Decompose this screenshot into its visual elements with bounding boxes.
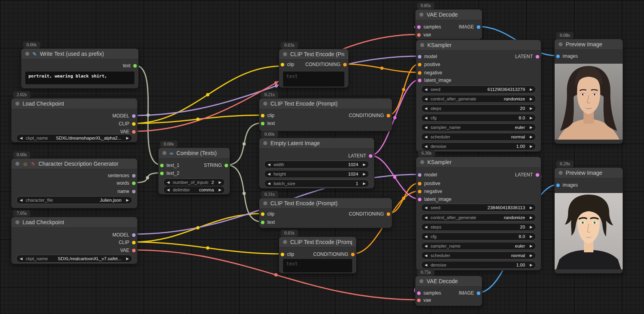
widget-decrement-arrow[interactable]: ◀ — [167, 188, 170, 192]
widget-decrement-arrow[interactable]: ◀ — [20, 199, 23, 202]
node-header[interactable]: VAE Decode — [415, 9, 482, 20]
input-slot-samples[interactable]: samples — [417, 23, 441, 31]
node-header[interactable]: Empty Latent Image — [259, 138, 374, 149]
output-slot-name[interactable]: name — [117, 187, 136, 195]
widget-increment-arrow[interactable]: ▶ — [530, 235, 533, 238]
collapse-dot[interactable] — [263, 141, 267, 145]
connection-dot[interactable] — [261, 114, 264, 117]
widget-increment-arrow[interactable]: ▶ — [363, 172, 366, 176]
input-slot-text[interactable]: text — [261, 119, 275, 127]
node-preview-image-1[interactable]: 0.08s Preview Image images — [554, 39, 623, 144]
output-slot-text[interactable]: text — [123, 62, 137, 70]
widget-number-of-inputs[interactable]: ◀number_of_inputs2▶ — [163, 178, 225, 186]
node-ksampler-1[interactable]: KSampler model LATENT positive negative … — [416, 40, 541, 152]
collapse-dot[interactable] — [283, 52, 287, 56]
connection-dot[interactable] — [556, 183, 560, 187]
connection-dot[interactable] — [132, 174, 136, 178]
widget-decrement-arrow[interactable]: ◀ — [425, 126, 427, 129]
collapse-dot[interactable] — [419, 279, 423, 283]
widget-increment-arrow[interactable]: ▶ — [530, 244, 533, 248]
node-vae-decode-2[interactable]: 0.75s VAE Decode samples IMAGE vae — [415, 276, 482, 306]
link-midpoint-dot[interactable] — [393, 176, 396, 179]
connection-dot[interactable] — [132, 249, 136, 252]
output-slot-conditioning[interactable]: CONDITIONING — [349, 210, 390, 218]
widget-increment-arrow[interactable]: ▶ — [219, 188, 221, 192]
widget-seed[interactable]: ◀seed611290364313279▶ — [421, 85, 536, 93]
prompt-text-input[interactable]: text — [283, 72, 344, 87]
widget-decrement-arrow[interactable]: ◀ — [425, 225, 427, 229]
widget-increment-arrow[interactable]: ▶ — [126, 136, 129, 140]
node-preview-image-2[interactable]: 0.29s Preview Image images — [554, 167, 623, 274]
input-slot-latent-image[interactable]: latent_image — [418, 76, 451, 84]
node-header[interactable]: VAE Decode — [415, 276, 482, 287]
link-midpoint-dot[interactable] — [206, 246, 209, 250]
text-value-input[interactable]: portrait, wearing black shirt, — [25, 72, 134, 84]
widget-decrement-arrow[interactable]: ◀ — [20, 136, 23, 140]
connection-dot[interactable] — [351, 253, 355, 256]
node-ksampler-2[interactable]: 6.30s KSampler model LATENT positive neg… — [416, 157, 541, 270]
connection-dot[interactable] — [261, 221, 264, 224]
output-slot-clip[interactable]: CLIP — [119, 238, 136, 246]
widget-ckpt-name[interactable]: ◀ckpt_nameSDXL/dreamshaperXL_alpha2...▶ — [16, 134, 132, 142]
connection-dot[interactable] — [387, 114, 390, 117]
link-midpoint-dot[interactable] — [402, 197, 405, 200]
input-slot-images[interactable]: images — [556, 52, 578, 60]
widget-decrement-arrow[interactable]: ◀ — [268, 172, 270, 176]
connection-dot[interactable] — [281, 253, 284, 256]
widget-width[interactable]: ◀width1024▶ — [264, 161, 369, 168]
node-header[interactable]: CLIP Text Encode (Prompt) — [279, 237, 356, 248]
output-slot-image[interactable]: IMAGE — [459, 23, 480, 31]
collapse-dot[interactable] — [15, 102, 19, 106]
output-slot-conditioning[interactable]: CONDITIONING — [313, 250, 355, 258]
input-slot-negative[interactable]: negative — [418, 187, 442, 195]
widget-increment-arrow[interactable]: ▶ — [530, 107, 533, 110]
collapse-dot[interactable] — [283, 240, 287, 244]
connection-dot[interactable] — [536, 173, 539, 177]
widget-increment-arrow[interactable]: ▶ — [530, 88, 533, 91]
link-midpoint-dot[interactable] — [206, 93, 209, 96]
output-slot-latent[interactable]: LATENT — [515, 171, 539, 179]
widget-increment-arrow[interactable]: ▶ — [530, 135, 533, 139]
input-slot-text[interactable]: text — [261, 218, 275, 226]
link-midpoint-dot[interactable] — [393, 116, 396, 119]
node-write-text[interactable]: 0.00s ✎ Write Text (used as prefix) text… — [21, 48, 139, 89]
input-slot-positive[interactable]: positive — [418, 61, 440, 68]
connection-dot[interactable] — [281, 63, 284, 66]
connection-dot[interactable] — [477, 25, 480, 29]
output-slot-string[interactable]: STRING — [204, 161, 228, 169]
widget-control-after-generate[interactable]: ◀control_after_generaterandomize▶ — [421, 214, 536, 221]
widget-increment-arrow[interactable]: ▶ — [219, 181, 221, 184]
collapse-dot[interactable] — [15, 220, 19, 224]
widget-increment-arrow[interactable]: ▶ — [530, 225, 533, 229]
node-header[interactable]: CLIP Text Encode (Prompt) — [279, 49, 348, 60]
output-slot-conditioning[interactable]: CONDITIONING — [305, 61, 347, 68]
connection-dot[interactable] — [132, 241, 136, 244]
input-slot-model[interactable]: model — [418, 53, 437, 61]
widget-increment-arrow[interactable]: ▶ — [126, 257, 129, 261]
connection-dot[interactable] — [132, 190, 136, 193]
widget-decrement-arrow[interactable]: ◀ — [268, 182, 270, 185]
widget-decrement-arrow[interactable]: ◀ — [425, 216, 427, 219]
collapse-dot[interactable] — [162, 151, 166, 155]
connection-dot[interactable] — [417, 291, 421, 295]
widget-decrement-arrow[interactable]: ◀ — [425, 254, 427, 257]
input-slot-text-2[interactable]: text_2 — [160, 169, 179, 177]
link-midpoint-dot[interactable] — [402, 88, 405, 91]
output-slot-words[interactable]: words — [117, 179, 136, 187]
output-slot-latent[interactable]: LATENT — [515, 53, 539, 61]
collapse-dot[interactable] — [559, 171, 563, 175]
output-slot-conditioning[interactable]: CONDITIONING — [349, 112, 390, 119]
link-midpoint-dot[interactable] — [146, 176, 149, 179]
widget-increment-arrow[interactable]: ▶ — [530, 206, 533, 210]
input-slot-negative[interactable]: negative — [418, 69, 442, 77]
widget-cfg[interactable]: ◀cfg8.0▶ — [421, 233, 536, 240]
input-slot-clip[interactable]: clip — [281, 61, 294, 68]
link-midpoint-dot[interactable] — [196, 117, 199, 121]
collapse-dot[interactable] — [15, 162, 19, 166]
connection-dot[interactable] — [132, 182, 136, 185]
collapse-dot[interactable] — [420, 43, 424, 47]
widget-decrement-arrow[interactable]: ◀ — [425, 107, 427, 110]
graph-canvas[interactable]: 0.00s ✎ Write Text (used as prefix) text… — [0, 0, 644, 314]
output-slot-vae[interactable]: VAE — [120, 246, 136, 254]
widget-increment-arrow[interactable]: ▶ — [530, 126, 533, 129]
